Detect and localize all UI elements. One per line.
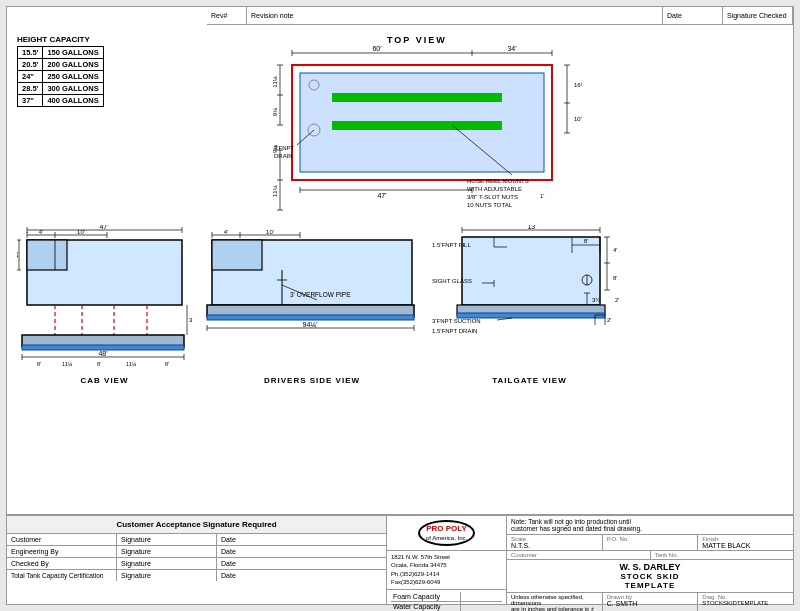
sig-row-checked: Checked By Signature Date (7, 558, 386, 570)
svg-text:60': 60' (372, 45, 381, 52)
sig-engineering-date: Date (217, 546, 386, 557)
scale-value: N.T.S. (511, 542, 598, 549)
finish-cell: Finish MATTE BLACK (698, 535, 793, 550)
top-view-label: TOP VIEW (387, 35, 447, 45)
drivers-view-label: DRIVERS SIDE VIEW (202, 376, 422, 385)
dwg-nums-row: Unless otherwise specified, dimensions a… (507, 593, 793, 611)
revision-note-label: Revision note (247, 7, 663, 24)
hc-row-1-height: 15.5' (18, 47, 43, 59)
hc-row-4-height: 28.5' (18, 83, 43, 95)
sig-engineering-sig: Signature (117, 546, 217, 557)
svg-text:11¼: 11¼ (272, 185, 278, 197)
svg-text:8': 8' (584, 238, 588, 244)
svg-text:34': 34' (507, 45, 516, 52)
sig-customer-label: Customer (7, 534, 117, 545)
drawing-title-block: W. S. DARLEY STOCK SKID TEMPLATE (507, 560, 793, 593)
water-capacity-val (461, 602, 502, 611)
svg-text:3'FNPT SUCTION: 3'FNPT SUCTION (432, 318, 481, 324)
foam-capacity-label: Foam Capacity (391, 592, 461, 601)
customer-meta-cell: Customer (507, 551, 651, 559)
svg-text:4': 4' (613, 247, 617, 253)
height-capacity-title: HEIGHT CAPACITY (17, 35, 104, 44)
svg-text:13': 13' (527, 225, 536, 230)
revision-date-label: Date (663, 7, 723, 24)
cab-view: 47' 4' 10' (17, 225, 192, 385)
svg-text:3': 3' (189, 317, 192, 323)
svg-text:11¼: 11¼ (126, 361, 137, 367)
sig-engineering-label: Engineering By (7, 546, 117, 557)
hc-row-4-cap: 300 GALLONS (43, 83, 103, 95)
hc-row-2-height: 20.5' (18, 59, 43, 71)
tailgate-view: 13' 1.5'FNPT FILL 8' 4' (432, 225, 627, 385)
svg-text:3/8" T-SLOT NUTS: 3/8" T-SLOT NUTS (467, 194, 518, 200)
hc-row-3-height: 24" (18, 71, 43, 83)
svg-text:8': 8' (37, 361, 41, 367)
svg-text:9¼: 9¼ (272, 145, 278, 153)
svg-text:8': 8' (165, 361, 169, 367)
svg-rect-59 (27, 240, 67, 270)
svg-text:47': 47' (99, 225, 108, 230)
drawn-by-value: C. SMITH (607, 600, 694, 607)
title-company: PRO POLYof America, Inc. 1821 N.W. 57th … (387, 516, 507, 604)
top-view-svg: 60' 34' 11¼ 9¼ (272, 45, 582, 220)
sig-customer-date: Date (217, 534, 386, 545)
svg-rect-90 (212, 240, 262, 270)
page: Rev# Revision note Date Signature Checke… (0, 0, 800, 611)
svg-text:47': 47' (377, 192, 386, 199)
sig-total-date: Date (217, 570, 386, 581)
title-right-block: Note: Tank will not go into production u… (507, 516, 793, 604)
cab-view-svg: 47' 4' 10' (17, 225, 192, 370)
finish-value: MATTE BLACK (702, 542, 789, 549)
svg-text:11¼: 11¼ (272, 76, 278, 88)
tank-no-label: Tank No. (655, 552, 790, 558)
sig-checked-sig: Signature (117, 558, 217, 569)
svg-text:9¼: 9¼ (272, 108, 278, 116)
drivers-view-svg: 4' 10' 3' OVERFLOW PIPE (202, 225, 422, 370)
svg-text:1.5'FNPT FILL: 1.5'FNPT FILL (432, 242, 471, 248)
svg-text:HOSE REEL MOUNTS: HOSE REEL MOUNTS (467, 178, 529, 184)
rev-label: Rev# (207, 7, 247, 24)
tank-no-cell: Tank No. (651, 551, 794, 559)
dwg-no-cell: Dwg. No. STOCKSKIDTEMPLATE (698, 593, 793, 611)
svg-text:94¼': 94¼' (303, 321, 318, 328)
hc-row-5-height: 37" (18, 95, 43, 107)
drawing-title-2: STOCK SKID (511, 572, 789, 581)
tailgate-view-label: TAILGATE VIEW (432, 376, 627, 385)
production-note: Note: Tank will not go into production u… (507, 516, 793, 535)
svg-rect-96 (207, 315, 414, 320)
sig-customer-sig: Signature (117, 534, 217, 545)
svg-rect-3 (332, 121, 502, 130)
svg-text:4': 4' (224, 229, 228, 235)
svg-text:11¼: 11¼ (62, 361, 73, 367)
drawing-title-3: TEMPLATE (511, 581, 789, 590)
svg-rect-105 (462, 237, 600, 305)
sig-row-engineering: Engineering By Signature Date (7, 546, 386, 558)
svg-text:SIGHT GLASS: SIGHT GLASS (432, 278, 472, 284)
title-signatures: Customer Acceptance Signature Required C… (7, 516, 387, 604)
water-capacity-row: Water Capacity (391, 602, 502, 611)
sig-total-sig: Signature (117, 570, 217, 581)
svg-text:2': 2' (615, 297, 619, 303)
hc-row-2-cap: 200 GALLONS (43, 59, 103, 71)
height-capacity-table: HEIGHT CAPACITY 15.5' 150 GALLONS 20.5' … (17, 35, 104, 107)
drawn-by-cell: Drawn by C. SMITH (603, 593, 699, 611)
sig-checked-date: Date (217, 558, 386, 569)
drawing-area: Rev# Revision note Date Signature Checke… (6, 6, 794, 515)
svg-text:4': 4' (39, 229, 43, 235)
drawing-company-name: W. S. DARLEY (511, 562, 789, 572)
svg-rect-2 (332, 93, 502, 102)
customer-meta-label: Customer (511, 552, 646, 558)
customer-acceptance-label: Customer Acceptance Signature Required (7, 516, 386, 534)
svg-text:8': 8' (97, 361, 101, 367)
svg-text:WITH ADJUSTABLE: WITH ADJUSTABLE (467, 186, 522, 192)
capacities: Foam Capacity Water Capacity Total Capac… (387, 590, 506, 611)
sig-checked-label: Checked By (7, 558, 117, 569)
company-address: 1821 N.W. 57th Street Ocala, Florida 344… (387, 551, 506, 590)
sig-total-label: Total Tank Capacity Certification (7, 570, 117, 581)
tailgate-view-svg: 13' 1.5'FNPT FILL 8' 4' (432, 225, 627, 370)
hc-row-5-cap: 400 GALLONS (43, 95, 103, 107)
svg-text:48': 48' (98, 350, 107, 357)
svg-text:3½: 3½ (592, 297, 600, 303)
svg-text:8': 8' (613, 275, 617, 281)
po-cell: P.O. No. (603, 535, 699, 550)
